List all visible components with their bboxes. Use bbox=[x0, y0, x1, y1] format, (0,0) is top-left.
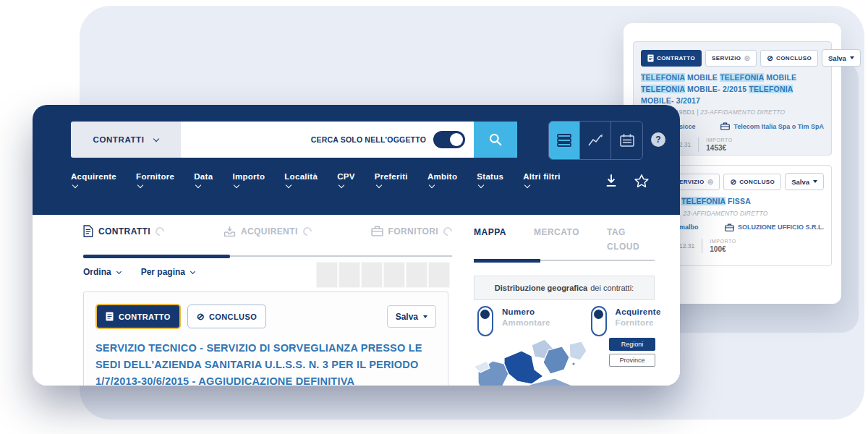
italy-choropleth-map[interactable] bbox=[464, 332, 617, 386]
tab-label: ACQUIRENTI bbox=[241, 226, 298, 237]
supplier-link[interactable]: Telecom Italia Spa o Tim SpA bbox=[720, 122, 824, 130]
metric-option-alternative[interactable]: Ammontare bbox=[502, 318, 550, 327]
filter-altri-filtri[interactable]: Altri filtri bbox=[523, 172, 561, 189]
sort-dropdown-label: Ordina bbox=[83, 267, 111, 277]
tab-tag-cloud[interactable]: TAG CLOUD bbox=[607, 225, 644, 255]
briefcase-icon bbox=[371, 226, 383, 237]
tab-mercato[interactable]: MERCATO bbox=[534, 225, 579, 255]
concluso-badge-label: CONCLUSO bbox=[739, 179, 775, 185]
chevron-down-icon bbox=[429, 182, 435, 188]
tab-label: FORNITORI bbox=[388, 226, 438, 237]
filter-cpv[interactable]: CPV bbox=[337, 172, 355, 189]
caret-down-icon bbox=[423, 315, 427, 318]
briefcase-icon bbox=[720, 122, 730, 130]
placeholder-cell bbox=[339, 262, 360, 288]
filter-status[interactable]: Status bbox=[477, 172, 503, 189]
loading-spinner-icon bbox=[441, 225, 454, 237]
party-option-selected[interactable]: Acquirente bbox=[616, 307, 661, 316]
scope-selector[interactable]: CONTRATTI bbox=[71, 122, 181, 158]
filter-ambito[interactable]: Ambito bbox=[427, 172, 457, 189]
save-button[interactable]: Salva bbox=[822, 49, 861, 67]
concluso-icon: ⊘ bbox=[197, 311, 205, 322]
search-scope-toggle-label: CERCA SOLO NELL'OGGETTO bbox=[311, 135, 426, 144]
download-icon[interactable] bbox=[605, 174, 618, 188]
map-heading-rest: dei contratti: bbox=[590, 284, 634, 292]
filter-acquirente[interactable]: Acquirente bbox=[71, 172, 116, 189]
map-heading-bold: Distribuzione geografica bbox=[495, 284, 587, 292]
tab-mappa[interactable]: MAPPA bbox=[474, 225, 506, 255]
servizio-icon: ⊛ bbox=[744, 54, 750, 62]
supplier-link[interactable]: SOLUZIONE UFFICIO S.R.L. bbox=[725, 224, 824, 231]
search-scope-toggle[interactable] bbox=[433, 131, 465, 148]
filter-bar: Acquirente Fornitore Data Importo Locali… bbox=[71, 172, 650, 189]
save-button-label: Salva bbox=[791, 178, 809, 186]
servizio-icon: ⊛ bbox=[707, 178, 714, 186]
active-tab-indicator bbox=[474, 259, 540, 263]
filter-label: Acquirente bbox=[71, 172, 116, 181]
chevron-down-icon bbox=[234, 182, 239, 188]
save-button[interactable]: Salva bbox=[785, 173, 824, 190]
province-button[interactable]: Province bbox=[609, 354, 655, 367]
chevron-down-icon bbox=[286, 182, 292, 188]
party-option-alternative[interactable]: Fornitore bbox=[616, 318, 661, 327]
contratto-badge-label: CONTRATTO bbox=[657, 55, 695, 61]
filter-localita[interactable]: Località bbox=[284, 172, 318, 189]
amount-value: 1453€ bbox=[706, 144, 733, 152]
filter-data[interactable]: Data bbox=[194, 172, 213, 189]
procedure-type: 23-AFFIDAMENTO DIRETTO bbox=[684, 210, 768, 217]
help-button[interactable]: ? bbox=[651, 132, 665, 147]
contratto-badge: CONTRATTO bbox=[641, 50, 702, 67]
calendar-view-button[interactable] bbox=[611, 122, 642, 159]
supplier-name: Telecom Italia Spa o Tim SpA bbox=[733, 123, 824, 130]
main-result-card: CONTRATTO ⊘ CONCLUSO Salva SERVIZIO TECN… bbox=[83, 292, 448, 386]
chart-view-button[interactable] bbox=[580, 122, 611, 159]
location-link[interactable]: malbo bbox=[679, 224, 699, 231]
search-button[interactable] bbox=[474, 122, 517, 158]
regioni-button[interactable]: Regioni bbox=[609, 338, 655, 351]
result-title-link[interactable]: TELEFONIA MOBILE TELEFONIA MOBILE TELEFO… bbox=[641, 72, 824, 106]
filter-label: Altri filtri bbox=[523, 172, 561, 181]
concluso-badge-label: CONCLUSO bbox=[209, 312, 257, 321]
filter-label: Località bbox=[284, 172, 318, 181]
metric-option-selected[interactable]: Numero bbox=[502, 307, 550, 316]
filter-label: Status bbox=[477, 172, 503, 181]
chevron-down-icon bbox=[153, 135, 159, 141]
contratto-badge-label: CONTRATTO bbox=[119, 312, 171, 321]
map-islet bbox=[572, 362, 574, 365]
search-input[interactable] bbox=[190, 135, 304, 145]
map-heading: Distribuzione geografica dei contratti: bbox=[474, 276, 655, 300]
filter-label: CPV bbox=[337, 172, 355, 181]
tab-acquirenti[interactable]: ACQUIRENTI bbox=[224, 225, 312, 237]
result-title-link[interactable]: SERVIZIO TECNICO - SERVIZIO DI SORVEGLIA… bbox=[95, 340, 436, 386]
per-page-dropdown[interactable]: Per pagina bbox=[141, 267, 195, 277]
amount-block: IMPORTO 100€ bbox=[710, 239, 736, 253]
badge-row: CONTRATTO ⊘ CONCLUSO Salva bbox=[95, 304, 436, 329]
sort-dropdown[interactable]: Ordina bbox=[83, 267, 121, 277]
visualization-tabs-underline bbox=[474, 260, 655, 261]
placeholder-cell bbox=[406, 262, 427, 288]
tab-fornitori[interactable]: FORNITORI bbox=[371, 225, 452, 237]
amount-label: IMPORTO bbox=[710, 239, 736, 244]
document-icon bbox=[83, 225, 93, 237]
line-chart-icon bbox=[587, 132, 604, 148]
concluso-badge: ⊘ CONCLUSO bbox=[760, 50, 818, 67]
filter-fornitore[interactable]: Fornitore bbox=[136, 172, 174, 189]
filter-label: Preferiti bbox=[375, 172, 408, 181]
calendar-icon bbox=[618, 132, 636, 148]
chevron-down-icon bbox=[190, 268, 195, 273]
window-content: CONTRATTI ACQUIRENTI FORNITORI Ordina Pe… bbox=[33, 215, 680, 386]
amount-label: IMPORTO bbox=[706, 137, 733, 142]
search-icon bbox=[488, 132, 503, 147]
filter-importo[interactable]: Importo bbox=[232, 172, 265, 189]
placeholder-cell bbox=[361, 262, 383, 288]
save-button[interactable]: Salva bbox=[387, 305, 436, 328]
list-view-button[interactable] bbox=[549, 122, 580, 159]
tab-contratti[interactable]: CONTRATTI bbox=[83, 225, 164, 237]
filter-preferiti[interactable]: Preferiti bbox=[375, 172, 408, 189]
inbox-icon bbox=[224, 226, 236, 237]
visualization-tabs: MAPPA MERCATO TAG CLOUD bbox=[474, 225, 655, 255]
badge-row: CONTRATTO SERVIZIO ⊛ ⊘ CONCLUSO Salva bbox=[641, 49, 824, 67]
star-icon[interactable] bbox=[634, 174, 650, 189]
loading-spinner-icon bbox=[301, 225, 313, 237]
procedure-type: 23-AFFIDAMENTO DIRETTO bbox=[700, 109, 785, 116]
